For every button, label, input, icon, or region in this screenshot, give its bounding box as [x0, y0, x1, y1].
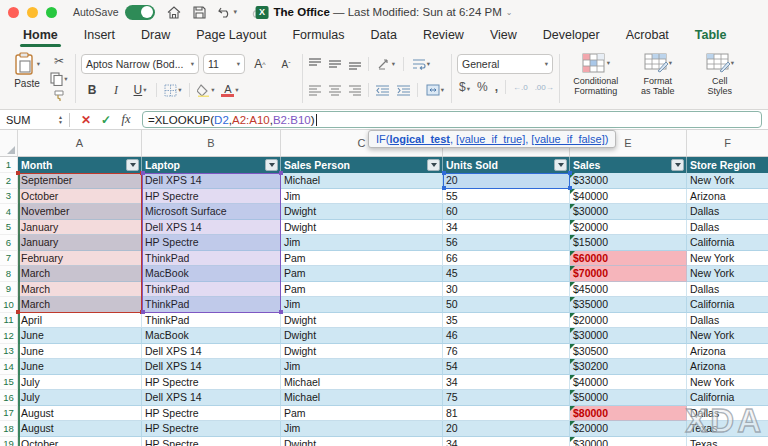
row-header[interactable]: 10 — [0, 297, 18, 313]
table-cell[interactable]: Dell XPS 14 — [142, 390, 281, 406]
table-cell[interactable]: Pam — [281, 266, 443, 282]
table-cell[interactable]: July — [18, 375, 142, 391]
table-cell[interactable]: Dallas — [687, 204, 768, 220]
increase-decimal-icon[interactable]: ←.0 — [513, 83, 528, 92]
table-cell[interactable]: $33000 — [570, 173, 687, 189]
table-cell[interactable]: $20000 — [570, 313, 687, 329]
row-header[interactable]: 6 — [0, 235, 18, 251]
font-size-select[interactable]: 11▾ — [203, 54, 245, 74]
table-cell[interactable]: $40000 — [570, 189, 687, 205]
bold-button[interactable]: B — [81, 80, 103, 100]
table-cell[interactable]: Dell XPS 14 — [142, 220, 281, 236]
table-cell[interactable]: March — [18, 297, 142, 313]
table-cell[interactable]: Dwight — [281, 344, 443, 360]
table-cell[interactable]: July — [18, 390, 142, 406]
cancel-entry-icon[interactable]: ✕ — [76, 113, 96, 127]
format-as-table-button[interactable]: ▾ Formatas Table — [627, 50, 689, 107]
table-cell[interactable]: New York — [687, 328, 768, 344]
table-cell[interactable]: January — [18, 220, 142, 236]
table-cell[interactable]: October — [18, 189, 142, 205]
tab-formulas[interactable]: Formulas — [279, 25, 357, 47]
table-header-month[interactable]: Month — [18, 157, 142, 173]
filter-dropdown-icon[interactable] — [126, 159, 139, 171]
table-cell[interactable]: 60 — [443, 204, 570, 220]
table-cell[interactable]: New York — [687, 251, 768, 267]
italic-button[interactable]: I — [105, 80, 127, 100]
align-bottom-icon[interactable] — [348, 58, 362, 70]
borders-icon[interactable]: ▾ — [162, 80, 184, 100]
fill-color-icon[interactable]: ▾ — [195, 80, 217, 100]
table-cell[interactable]: 75 — [443, 390, 570, 406]
table-cell[interactable]: New York — [687, 266, 768, 282]
table-cell[interactable]: Dwight — [281, 220, 443, 236]
filter-dropdown-icon[interactable] — [554, 159, 567, 171]
table-cell[interactable]: Michael — [281, 173, 443, 189]
table-header-sales-person[interactable]: Sales Person — [281, 157, 443, 173]
table-cell[interactable]: HP Spectre — [142, 235, 281, 251]
paste-dropdown-chevron[interactable]: ▾ — [37, 60, 40, 68]
table-cell[interactable]: HP Spectre — [142, 189, 281, 205]
name-box-stepper[interactable]: ▲▼ — [58, 115, 63, 125]
orientation-icon[interactable]: ▾ — [375, 54, 397, 74]
table-cell[interactable]: 30 — [443, 282, 570, 298]
table-cell[interactable]: Dallas — [687, 220, 768, 236]
table-cell[interactable]: October — [18, 437, 142, 446]
table-cell[interactable]: ThinkPad — [142, 313, 281, 329]
column-header-A[interactable]: A — [18, 130, 142, 157]
table-cell[interactable]: 45 — [443, 266, 570, 282]
accept-entry-icon[interactable]: ✓ — [96, 113, 116, 127]
table-header-laptop[interactable]: Laptop — [142, 157, 281, 173]
table-cell[interactable]: 81 — [443, 406, 570, 422]
table-cell[interactable]: ThinkPad — [142, 282, 281, 298]
table-cell[interactable]: 20 — [443, 421, 570, 437]
table-cell[interactable]: 54 — [443, 359, 570, 375]
row-header[interactable]: 17 — [0, 406, 18, 422]
table-cell[interactable]: New York — [687, 375, 768, 391]
table-cell[interactable]: March — [18, 282, 142, 298]
table-cell[interactable]: $30000 — [570, 204, 687, 220]
table-cell[interactable]: Dell XPS 14 — [142, 359, 281, 375]
table-cell[interactable]: June — [18, 344, 142, 360]
home-icon[interactable] — [167, 6, 181, 19]
table-cell[interactable]: $30000 — [570, 328, 687, 344]
tab-view[interactable]: View — [477, 25, 530, 47]
table-cell[interactable]: Jim — [281, 235, 443, 251]
align-middle-icon[interactable] — [328, 58, 342, 70]
decrease-decimal-icon[interactable]: .00→ — [535, 83, 554, 92]
table-cell[interactable]: $35000 — [570, 297, 687, 313]
undo-icon[interactable] — [218, 6, 232, 18]
row-header[interactable]: 8 — [0, 266, 18, 282]
font-color-icon[interactable]: A ▾ — [219, 80, 241, 100]
table-cell[interactable]: Pam — [281, 282, 443, 298]
table-cell[interactable]: Dallas — [687, 282, 768, 298]
row-header[interactable]: 19 — [0, 437, 18, 446]
decrease-indent-icon[interactable] — [375, 84, 390, 96]
table-cell[interactable]: Dwight — [281, 328, 443, 344]
table-cell[interactable]: January — [18, 235, 142, 251]
table-cell[interactable]: $40000 — [570, 375, 687, 391]
cut-icon[interactable]: ✂ — [48, 52, 70, 70]
minimize-window-button[interactable] — [27, 7, 38, 18]
row-header[interactable]: 13 — [0, 344, 18, 360]
table-cell[interactable]: Dell XPS 14 — [142, 173, 281, 189]
filter-dropdown-icon[interactable] — [427, 159, 440, 171]
table-cell[interactable]: Michael — [281, 375, 443, 391]
align-left-icon[interactable] — [308, 84, 322, 96]
title-dropdown-chevron[interactable]: ⌄ — [506, 8, 513, 17]
table-header-sales[interactable]: Sales — [570, 157, 687, 173]
table-cell[interactable]: $50000 — [570, 390, 687, 406]
table-cell[interactable]: Arizona — [687, 359, 768, 375]
paste-button[interactable]: ▾ Paste — [6, 50, 48, 107]
table-header-store-region[interactable]: Store Region — [687, 157, 768, 173]
wrap-text-icon[interactable]: ▾ — [410, 54, 432, 74]
tab-acrobat[interactable]: Acrobat — [613, 25, 682, 47]
table-cell[interactable]: $30500 — [570, 344, 687, 360]
table-cell[interactable]: 34 — [443, 437, 570, 446]
table-cell[interactable]: $60000 — [570, 251, 687, 267]
table-cell[interactable]: 76 — [443, 344, 570, 360]
tab-table[interactable]: Table — [682, 25, 740, 47]
row-header[interactable]: 7 — [0, 251, 18, 267]
table-cell[interactable]: $30200 — [570, 359, 687, 375]
select-all-corner[interactable] — [0, 130, 18, 157]
table-cell[interactable]: Dwight — [281, 313, 443, 329]
